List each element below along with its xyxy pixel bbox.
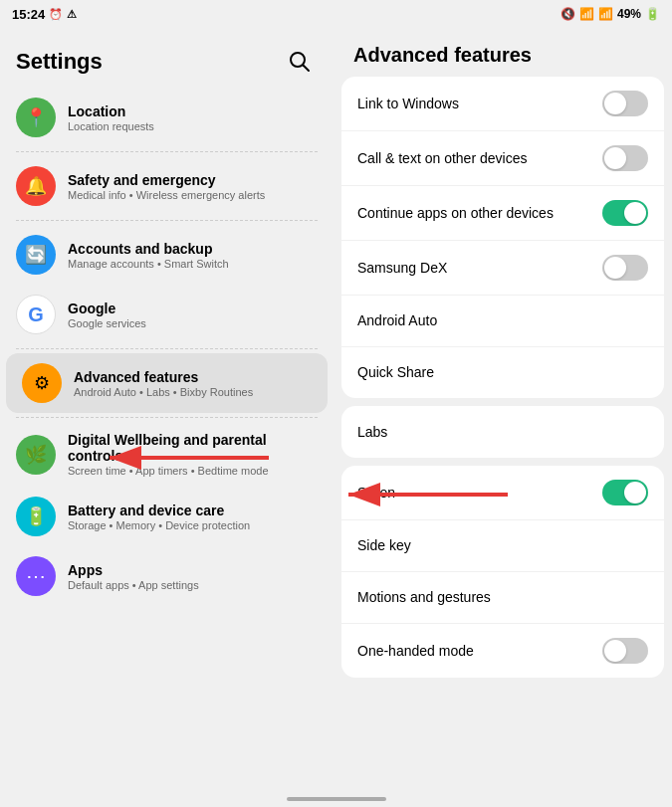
time-display: 15:24 <box>12 7 45 22</box>
location-icon: 📍 <box>16 98 56 137</box>
accounts-title: Accounts and backup <box>68 241 318 257</box>
divider-4 <box>16 417 318 418</box>
call-text-label: Call & text on other devices <box>357 149 594 167</box>
labs-card: Labs <box>341 406 664 458</box>
motions-label: Motions and gestures <box>357 588 648 606</box>
one-handed-item[interactable]: One-handed mode <box>341 623 664 678</box>
google-title: Google <box>68 301 318 316</box>
side-key-label: Side key <box>357 536 648 554</box>
s-pen-toggle[interactable] <box>602 480 648 505</box>
battery-text: 49% <box>617 7 641 21</box>
warning-icon: ⚠ <box>67 8 77 21</box>
battery-icon: 🔋 <box>645 7 660 21</box>
feature-group-1: Link to Windows Call & text on other dev… <box>341 77 664 398</box>
alarm-icon: ⏰ <box>49 8 63 21</box>
samsung-dex-toggle[interactable] <box>602 255 648 281</box>
search-button[interactable] <box>282 44 318 80</box>
link-windows-label: Link to Windows <box>357 95 594 112</box>
settings-item-safety[interactable]: 🔔 Safety and emergency Medical info • Wi… <box>0 156 334 216</box>
accounts-icon: 🔄 <box>16 235 56 275</box>
settings-item-wellbeing[interactable]: 🌿 Digital Wellbeing and parental control… <box>0 422 334 487</box>
s-pen-label: S Pen <box>357 484 594 502</box>
safety-sub: Medical info • Wireless emergency alerts <box>68 189 318 201</box>
android-auto-item[interactable]: Android Auto <box>341 295 664 346</box>
call-text-item[interactable]: Call & text on other devices <box>341 130 664 185</box>
link-windows-item[interactable]: Link to Windows <box>341 77 664 130</box>
feature-group-3: S Pen Side key Motions and gestures One-… <box>341 466 664 678</box>
wellbeing-sub: Screen time • App timers • Bedtime mode <box>68 465 318 477</box>
continue-apps-toggle[interactable] <box>602 200 648 226</box>
wellbeing-title: Digital Wellbeing and parental controls <box>68 432 318 464</box>
motions-item[interactable]: Motions and gestures <box>341 571 664 623</box>
settings-header: Settings <box>0 28 334 88</box>
continue-apps-label: Continue apps on other devices <box>357 204 594 222</box>
status-bar: 15:24 ⏰ ⚠ 🔇 📶 📶 49% 🔋 <box>0 0 672 28</box>
apps-icon: ⋯ <box>16 556 56 596</box>
samsung-dex-label: Samsung DeX <box>357 259 594 277</box>
google-icon: G <box>16 295 56 334</box>
advanced-title: Advanced features <box>74 369 312 385</box>
battery-icon-wrap: 🔋 <box>16 497 56 536</box>
continue-apps-item[interactable]: Continue apps on other devices <box>341 185 664 240</box>
main-container: Settings 📍 Location Location requests 🔔 … <box>0 28 672 807</box>
safety-icon: 🔔 <box>16 166 56 206</box>
safety-title: Safety and emergency <box>68 172 318 188</box>
status-left: 15:24 ⏰ ⚠ <box>12 7 77 22</box>
battery-title: Battery and device care <box>68 503 318 518</box>
labs-item[interactable]: Labs <box>341 406 664 458</box>
left-panel: Settings 📍 Location Location requests 🔔 … <box>0 28 334 807</box>
apps-sub: Default apps • App settings <box>68 579 318 591</box>
android-auto-label: Android Auto <box>357 311 648 329</box>
settings-item-apps[interactable]: ⋯ Apps Default apps • App settings <box>0 546 334 606</box>
settings-item-location[interactable]: 📍 Location Location requests <box>0 88 334 147</box>
settings-item-accounts[interactable]: 🔄 Accounts and backup Manage accounts • … <box>0 225 334 285</box>
quick-share-label: Quick Share <box>357 363 648 381</box>
bottom-bar <box>287 797 386 801</box>
call-text-toggle[interactable] <box>602 145 648 171</box>
divider-3 <box>16 348 318 349</box>
settings-item-battery[interactable]: 🔋 Battery and device care Storage • Memo… <box>0 487 334 546</box>
divider-1 <box>16 151 318 152</box>
advanced-sub: Android Auto • Labs • Bixby Routines <box>74 386 312 398</box>
one-handed-toggle[interactable] <box>602 638 648 664</box>
google-sub: Google services <box>68 317 318 329</box>
settings-item-advanced[interactable]: ⚙ Advanced features Android Auto • Labs … <box>6 353 328 413</box>
link-windows-toggle[interactable] <box>602 91 648 116</box>
advanced-features-title: Advanced features <box>341 28 664 77</box>
wellbeing-icon: 🌿 <box>16 435 56 475</box>
accounts-sub: Manage accounts • Smart Switch <box>68 258 318 270</box>
location-sub: Location requests <box>68 120 318 132</box>
settings-item-google[interactable]: G Google Google services <box>0 285 334 344</box>
one-handed-label: One-handed mode <box>357 642 594 660</box>
side-key-item[interactable]: Side key <box>341 519 664 571</box>
battery-sub: Storage • Memory • Device protection <box>68 519 318 531</box>
divider-2 <box>16 220 318 221</box>
wifi-icon: 📶 <box>579 7 594 21</box>
location-title: Location <box>68 103 318 119</box>
right-panel: Advanced features Link to Windows Call &… <box>334 28 672 807</box>
apps-title: Apps <box>68 562 318 578</box>
svg-line-1 <box>304 66 310 72</box>
samsung-dex-item[interactable]: Samsung DeX <box>341 240 664 295</box>
status-right: 🔇 📶 📶 49% 🔋 <box>560 7 660 21</box>
settings-title: Settings <box>16 49 103 75</box>
labs-label: Labs <box>357 423 648 441</box>
s-pen-item[interactable]: S Pen <box>341 466 664 519</box>
mute-icon: 🔇 <box>560 7 575 21</box>
advanced-icon: ⚙ <box>22 363 62 403</box>
quick-share-item[interactable]: Quick Share <box>341 346 664 398</box>
signal-icon: 📶 <box>598 7 613 21</box>
